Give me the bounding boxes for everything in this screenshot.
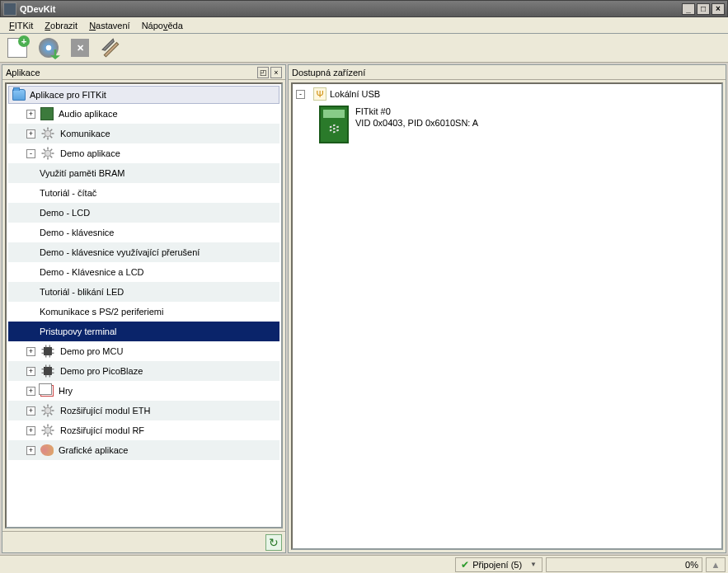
gear-icon <box>40 126 55 141</box>
tree-item[interactable]: Komunikace s PS/2 periferiemi <box>8 302 279 322</box>
menu-fitkit[interactable]: FITKit <box>3 19 39 32</box>
expander-icon[interactable]: + <box>26 347 35 356</box>
expander-icon[interactable]: + <box>26 426 35 435</box>
tree-item-label: Pristupovy terminal <box>40 326 117 336</box>
close-button[interactable]: × <box>712 3 725 15</box>
up-arrow-icon: ▲ <box>712 560 721 570</box>
apps-tree[interactable]: Aplikace pro FITKit +Audio aplikace+Komu… <box>7 84 281 462</box>
svg-point-9 <box>45 150 51 157</box>
titlebar: QDevKit _ □ × <box>0 0 728 17</box>
tree-item-label: Využití paměti BRAM <box>40 168 125 178</box>
apps-panel-title: Aplikace <box>6 68 256 77</box>
tree-item[interactable]: Tutoriál - blikání LED <box>8 282 279 302</box>
tree-item[interactable]: -Demo aplikace <box>8 143 279 163</box>
statusbar: ✔ Připojení (5) ▼ 0% ▲ <box>0 555 728 573</box>
menu-zobrazit[interactable]: Zobrazit <box>39 19 83 32</box>
usb-icon: Ψ <box>313 87 326 101</box>
tree-item[interactable]: +Demo pro PicoBlaze <box>8 361 279 381</box>
tree-item-label: Rozšiřující modul ETH <box>60 406 150 416</box>
menubar: FITKit Zobrazit Nastavení Nápověda <box>0 17 728 34</box>
tree-item-label: Rozšiřující modul RF <box>60 425 144 435</box>
tree-item[interactable]: Demo - LCD <box>8 203 279 223</box>
tree-item[interactable]: +Audio aplikace <box>8 104 279 124</box>
delete-button[interactable]: ✕ <box>68 35 92 60</box>
tree-item[interactable]: +Grafické aplikace <box>8 440 279 460</box>
svg-point-45 <box>45 427 51 434</box>
tree-root-label: Aplikace pro FITKit <box>30 90 106 100</box>
tree-item-label: Demo - Klávesnice a LCD <box>40 267 144 277</box>
connection-status[interactable]: ✔ Připojení (5) ▼ <box>455 557 542 572</box>
svg-line-51 <box>50 433 52 434</box>
svg-point-36 <box>45 407 51 414</box>
close-panel-button[interactable]: × <box>270 67 282 78</box>
tree-item-label: Demo aplikace <box>60 148 120 158</box>
devices-panel-title: Dostupná zařízení <box>292 68 722 77</box>
svg-line-17 <box>50 149 52 151</box>
gear-icon <box>40 423 55 438</box>
menu-napoveda[interactable]: Nápověda <box>136 19 189 32</box>
device-item[interactable]: FITkit #0 VID 0x0403, PID 0x6010SN: A <box>319 106 718 143</box>
cards-icon <box>40 385 54 397</box>
svg-line-8 <box>50 129 52 131</box>
tree-item[interactable]: +Rozšiřující modul ETH <box>8 401 279 420</box>
menu-nastaveni[interactable]: Nastavení <box>83 19 136 32</box>
svg-line-53 <box>50 426 52 428</box>
tree-item[interactable]: Demo - Klávesnice a LCD <box>8 262 279 282</box>
tree-item-label: Demo - LCD <box>40 208 90 218</box>
svg-line-14 <box>44 149 45 151</box>
settings-button[interactable] <box>99 35 124 60</box>
minimize-button[interactable]: _ <box>682 3 695 15</box>
toolbar: ✕ <box>0 34 728 63</box>
expander-icon[interactable]: + <box>26 129 35 139</box>
tree-item[interactable]: Tutoriál - čítač <box>8 183 279 203</box>
app-icon <box>3 2 16 16</box>
device-detail: VID 0x0403, PID 0x6010SN: A <box>355 117 478 129</box>
tree-item[interactable]: +Hry <box>8 381 279 401</box>
tree-item-label: Hry <box>59 386 73 396</box>
connection-label: Připojení (5) <box>472 560 522 570</box>
svg-rect-27 <box>45 368 52 375</box>
expander-icon[interactable]: + <box>26 367 35 376</box>
expander-icon[interactable]: + <box>26 446 35 455</box>
svg-line-44 <box>50 406 52 408</box>
gear-icon <box>40 146 55 161</box>
window-title: QDevKit <box>20 4 682 14</box>
download-button[interactable] <box>36 35 61 60</box>
upload-button[interactable]: ▲ <box>706 557 726 572</box>
expander-icon[interactable]: - <box>296 90 305 99</box>
gear-icon <box>40 403 55 418</box>
palette-icon <box>40 444 54 456</box>
detach-button[interactable]: ◰ <box>257 67 269 78</box>
tree-item-label: Demo pro PicoBlaze <box>60 366 143 376</box>
tree-item[interactable]: +Rozšiřující modul RF <box>8 420 279 440</box>
apps-panel: Aplikace ◰ × Aplikace pro FITKit +Audio … <box>2 64 286 553</box>
tree-item[interactable]: Demo - klávesnice využívající přerušení <box>8 242 279 262</box>
refresh-button[interactable]: ↻ <box>265 534 282 551</box>
tree-item[interactable]: Využití paměti BRAM <box>8 163 279 183</box>
expander-icon[interactable]: + <box>26 387 35 396</box>
svg-line-52 <box>44 433 45 434</box>
expander-icon[interactable]: + <box>26 110 35 119</box>
device-root-label: Lokální USB <box>330 89 380 99</box>
new-button[interactable] <box>5 35 30 60</box>
tree-item-label: Audio aplikace <box>59 109 118 119</box>
tree-item[interactable]: Demo - klávesnice <box>8 223 279 242</box>
tree-item-label: Grafické aplikace <box>59 445 128 455</box>
device-name: FITkit #0 <box>355 106 478 117</box>
expander-icon[interactable]: - <box>26 149 35 158</box>
svg-line-42 <box>50 413 52 415</box>
svg-line-41 <box>44 406 45 408</box>
svg-line-16 <box>44 156 45 157</box>
progress-bar: 0% <box>546 557 702 572</box>
tree-item[interactable]: +Demo pro MCU <box>8 341 279 361</box>
tree-item[interactable]: Pristupovy terminal <box>8 322 279 341</box>
expander-icon[interactable]: + <box>26 406 35 416</box>
tree-item-label: Demo pro MCU <box>60 346 123 356</box>
check-icon: ✔ <box>461 559 469 571</box>
devices-tree[interactable]: - Ψ Lokální USB FITkit #0 VID 0x0403, PI… <box>291 82 723 550</box>
tree-root[interactable]: Aplikace pro FITKit <box>8 86 279 104</box>
board-icon <box>319 106 349 143</box>
svg-rect-18 <box>45 348 52 355</box>
tree-item[interactable]: +Komunikace <box>8 124 279 143</box>
maximize-button[interactable]: □ <box>697 3 710 15</box>
